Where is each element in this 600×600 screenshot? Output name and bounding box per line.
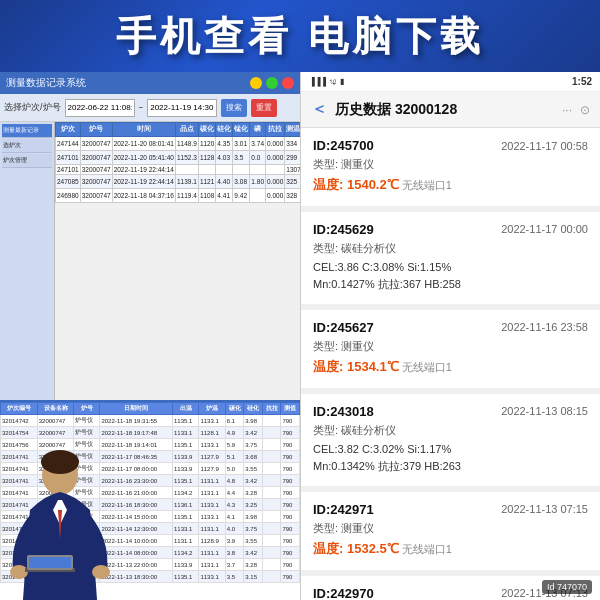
record-card[interactable]: ID:2456292022-11-17 00:00类型: 碳硅分析仪CEL:3.…: [301, 212, 600, 310]
table-cell: 0.000: [266, 137, 285, 151]
col-luhao: 炉号: [80, 123, 112, 137]
table-cell: 246980: [56, 189, 81, 203]
table-cell: 1133.1: [172, 427, 198, 439]
record-temperature: 温度: 1540.2℃: [313, 177, 399, 192]
table-cell: 790: [281, 487, 300, 499]
table-cell: 32000747: [80, 175, 112, 189]
table-cell: 3.98: [244, 511, 263, 523]
table-cell: 1133.9: [172, 451, 198, 463]
table-cell: 32000747: [37, 415, 74, 427]
record-card[interactable]: ID:2430182022-11-13 08:15类型: 碳硅分析仪CEL:3.…: [301, 394, 600, 492]
table-cell: 1133.1: [199, 415, 225, 427]
table-cell: 1135.1: [172, 571, 198, 583]
table-cell: 790: [281, 547, 300, 559]
svg-rect-6: [29, 557, 71, 568]
date-start-input[interactable]: [65, 99, 135, 117]
minimize-btn[interactable]: [250, 77, 262, 89]
bth-temp2: 炉温: [199, 403, 225, 415]
table-cell: 炉号仪: [74, 427, 100, 439]
reset-button[interactable]: 重置: [251, 99, 277, 117]
table-cell: 328: [285, 189, 300, 203]
mobile-content[interactable]: ID:2457002022-11-17 00:58类型: 测重仪温度: 1540…: [301, 128, 600, 600]
record-card[interactable]: ID:2429712022-11-13 07:15类型: 测重仪温度: 1532…: [301, 492, 600, 576]
record-analysis-row1: CEL:3.82 C:3.02% Si:1.17%: [313, 441, 588, 459]
date-end-input[interactable]: [147, 99, 217, 117]
record-port: 无线端口1: [402, 179, 452, 191]
record-type-row: 类型: 测重仪: [313, 157, 588, 172]
record-value-row: 温度: 1532.5℃ 无线端口1: [313, 539, 588, 560]
maximize-btn[interactable]: [266, 77, 278, 89]
table-cell: 1133.1: [199, 511, 225, 523]
table-cell: 1135.1: [172, 511, 198, 523]
type-label: 类型: 碳硅分析仪: [313, 241, 396, 256]
record-temperature: 温度: 1534.1℃: [313, 359, 399, 374]
table-cell: 790: [281, 463, 300, 475]
toolbar-label: 选择炉次/炉号: [4, 101, 61, 114]
table-cell: 1135.1: [172, 415, 198, 427]
record-temperature: 温度: 1532.5℃: [313, 541, 399, 556]
table-cell: 1148.9: [175, 137, 198, 151]
table-cell: [250, 165, 266, 175]
table-cell: 1131.1: [199, 475, 225, 487]
table-cell: 790: [281, 511, 300, 523]
record-port: 无线端口1: [402, 543, 452, 555]
table-cell: 3.68: [244, 451, 263, 463]
id-badge: Id 747070: [542, 580, 592, 594]
table-row: 247101320007472022-11-20 05:41:401152.31…: [56, 151, 301, 165]
type-label: 类型: 碳硅分析仪: [313, 423, 396, 438]
bth-luhao: 炉号: [74, 403, 100, 415]
table-cell: 2022-11-18 19:17:48: [100, 427, 173, 439]
nav-action-menu[interactable]: ···: [562, 103, 572, 117]
table-cell: 1133.1: [199, 571, 225, 583]
record-type-row: 类型: 碳硅分析仪: [313, 241, 588, 256]
table-cell: 1134.2: [172, 487, 198, 499]
bth-temp1: 出温: [172, 403, 198, 415]
search-button[interactable]: 搜索: [221, 99, 247, 117]
table-cell: 1307.5: [285, 165, 300, 175]
table-row: 246980320007472022-11-18 04:37:161119.41…: [56, 189, 301, 203]
close-btn[interactable]: [282, 77, 294, 89]
back-button[interactable]: ＜: [311, 99, 327, 120]
table-cell: 4.40: [216, 175, 233, 189]
table-cell: 0.000: [266, 175, 285, 189]
record-id: ID:245629: [313, 222, 374, 237]
record-id: ID:242971: [313, 502, 374, 517]
sidebar-item-1[interactable]: 选炉次: [2, 139, 52, 153]
left-panel: 测量数据记录系统 选择炉次/炉号 ~ 搜索 重置 测量最新记录 选炉次: [0, 72, 300, 600]
record-analysis-row2: Mn:0.1342% 抗拉:379 HB:263: [313, 458, 588, 476]
table-cell: 3.25: [244, 499, 263, 511]
type-label: 类型: 测重仪: [313, 157, 374, 172]
table-cell: 4.41: [216, 189, 233, 203]
table-cell: 4.9: [225, 427, 244, 439]
table-cell: 1131.1: [199, 547, 225, 559]
table-cell: 2022-11-18 04:37:16: [112, 189, 175, 203]
record-card[interactable]: ID:2457002022-11-17 00:58类型: 测重仪温度: 1540…: [301, 128, 600, 212]
table-cell: 334: [285, 137, 300, 151]
table-cell: 3.5: [225, 571, 244, 583]
svg-point-1: [41, 450, 79, 474]
record-analysis-row2: Mn:0.1427% 抗拉:367 HB:258: [313, 276, 588, 294]
nav-action-settings[interactable]: ⊙: [580, 103, 590, 117]
col-tensile: 抗拉: [266, 123, 285, 137]
record-card[interactable]: ID:2456272022-11-16 23:58类型: 测重仪温度: 1534…: [301, 310, 600, 394]
table-cell: [262, 487, 281, 499]
bth-si: 硅化: [244, 403, 263, 415]
table-cell: [262, 547, 281, 559]
sidebar-item-2[interactable]: 炉次管理: [2, 154, 52, 168]
mobile-time: 1:52: [572, 76, 592, 87]
table-cell: 5.9: [225, 439, 244, 451]
record-date: 2022-11-17 00:58: [501, 140, 588, 152]
table-cell: 3.28: [244, 559, 263, 571]
pc-titlebar-text: 测量数据记录系统: [6, 76, 246, 90]
table-cell: 3.42: [244, 427, 263, 439]
table-cell: 1133.9: [172, 559, 198, 571]
wifi-icon: ꩙: [329, 77, 337, 86]
table-cell: [262, 475, 281, 487]
table-cell: 3.55: [244, 535, 263, 547]
sidebar-item-0[interactable]: 测量最新记录: [2, 124, 52, 138]
col-temp1: 测温值: [285, 123, 300, 137]
col-si: 硅化: [216, 123, 233, 137]
table-cell: 1108: [198, 189, 215, 203]
col-carbon: 碳化: [198, 123, 215, 137]
table-cell: 3.9: [225, 535, 244, 547]
